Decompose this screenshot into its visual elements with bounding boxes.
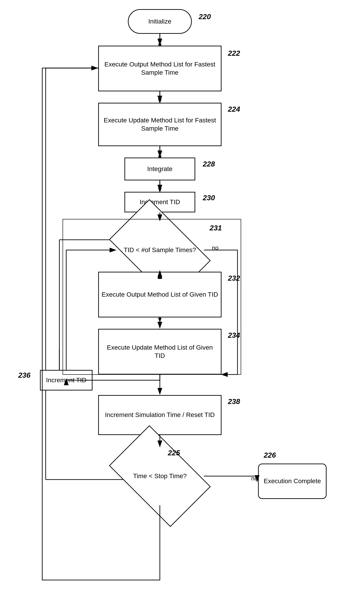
no-tid-label: no	[212, 244, 219, 251]
ref-231: 231	[210, 224, 222, 232]
execute-update-given-label: Execute Update Method List of Given TID	[101, 343, 219, 360]
increment-sim-box: Increment Simulation Time / Reset TID	[98, 395, 222, 435]
increment-tid-1-box: Increment TID	[125, 192, 195, 212]
execute-output-fastest-label: Execute Output Method List for Fastest S…	[101, 60, 219, 77]
ref-236: 236	[18, 371, 30, 380]
ref-234: 234	[228, 331, 240, 340]
no-time-label: no	[251, 475, 258, 482]
execute-update-fastest-label: Execute Update Method List for Fastest S…	[101, 116, 219, 133]
execute-output-given-box: Execute Output Method List of Given TID	[98, 272, 222, 317]
ref-226: 226	[264, 451, 276, 459]
time-check-text: Time < Stop Time?	[133, 472, 187, 480]
execution-complete-box: Execution Complete	[258, 463, 327, 499]
increment-tid-2-label: Increment TID	[46, 376, 87, 384]
ref-222: 222	[228, 49, 240, 58]
execute-update-given-box: Execute Update Method List of Given TID	[98, 329, 222, 374]
ref-230: 230	[203, 194, 215, 202]
execution-complete-label: Execution Complete	[264, 477, 321, 485]
initialize-box: Initialize	[128, 9, 192, 34]
ref-225: 225	[168, 449, 180, 457]
execute-update-fastest-box: Execute Update Method List for Fastest S…	[98, 103, 222, 146]
tid-check-diamond: TID < #of Sample Times?	[117, 222, 203, 279]
tid-check-text: TID < #of Sample Times?	[124, 246, 196, 254]
increment-sim-label: Increment Simulation Time / Reset TID	[105, 411, 215, 419]
integrate-box: Integrate	[125, 157, 195, 180]
svg-marker-13	[158, 318, 162, 322]
increment-tid-2-box: Increment TID	[40, 370, 92, 390]
ref-232: 232	[228, 274, 240, 283]
ref-224: 224	[228, 105, 240, 113]
execute-output-fastest-box: Execute Output Method List for Fastest S…	[98, 46, 222, 91]
initialize-label: Initialize	[148, 17, 171, 26]
integrate-label: Integrate	[147, 165, 173, 173]
ref-228: 228	[203, 160, 215, 168]
time-check-diamond: Time < Stop Time?	[117, 447, 203, 505]
flowchart-diagram: Initialize 220 Execute Output Method Lis…	[0, 0, 364, 596]
ref-238: 238	[228, 397, 240, 406]
execute-output-given-label: Execute Output Method List of Given TID	[102, 291, 218, 299]
ref-220: 220	[199, 13, 211, 21]
